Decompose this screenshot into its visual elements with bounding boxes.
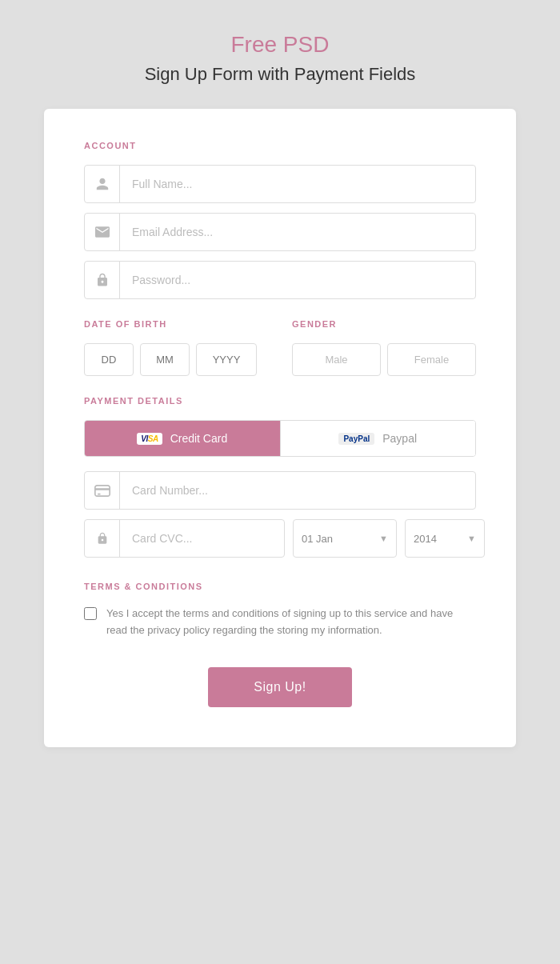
password-icon xyxy=(85,262,120,298)
terms-row: Yes I accept the terms and conditions of… xyxy=(84,606,476,639)
password-input[interactable] xyxy=(120,264,475,296)
email-icon xyxy=(85,214,120,250)
credit-card-tab-label: Credit Card xyxy=(170,432,228,445)
payment-label: PAYMENT DETAILS xyxy=(84,396,476,406)
expiry-month-group: 01 Jan 02 Feb 03 Mar 04 Apr 05 May 06 Ju… xyxy=(293,519,397,558)
gender-fields: Male Female xyxy=(292,343,476,376)
terms-checkbox[interactable] xyxy=(84,607,97,620)
month-chevron-icon: ▼ xyxy=(379,534,396,543)
email-input[interactable] xyxy=(120,216,475,248)
terms-text: Yes I accept the terms and conditions of… xyxy=(106,606,476,639)
dob-section: DATE OF BIRTH xyxy=(84,319,268,376)
dob-gender-row: DATE OF BIRTH GENDER Male Female xyxy=(84,319,476,376)
card-icon xyxy=(85,472,120,509)
gender-female-button[interactable]: Female xyxy=(387,343,476,376)
gender-section: GENDER Male Female xyxy=(292,319,476,376)
expiry-month-select[interactable]: 01 Jan 02 Feb 03 Mar 04 Apr 05 May 06 Ju… xyxy=(294,523,379,554)
card-number-input-group xyxy=(84,471,476,510)
card-number-input[interactable] xyxy=(120,474,475,506)
credit-card-tab[interactable]: VISA Credit Card xyxy=(85,421,280,456)
gender-label: GENDER xyxy=(292,319,476,329)
paypal-logo: PayPal xyxy=(338,433,374,445)
account-section: ACCOUNT xyxy=(84,141,476,299)
expiry-year-group: 2014 2015 2016 2017 2018 2019 2020 ▼ xyxy=(405,519,485,558)
password-input-group xyxy=(84,261,476,299)
dob-yyyy-input[interactable] xyxy=(196,343,257,376)
dob-fields xyxy=(84,343,268,376)
fullname-input-group xyxy=(84,165,476,203)
account-label: ACCOUNT xyxy=(84,141,476,150)
expiry-row: 01 Jan 02 Feb 03 Mar 04 Apr 05 May 06 Ju… xyxy=(84,519,476,558)
cvc-group xyxy=(84,519,285,558)
expiry-year-select[interactable]: 2014 2015 2016 2017 2018 2019 2020 xyxy=(406,523,467,554)
gender-male-button[interactable]: Male xyxy=(292,343,381,376)
payment-tabs: VISA Credit Card PayPal Paypal xyxy=(84,420,476,457)
signup-button[interactable]: Sign Up! xyxy=(208,667,352,707)
page-title: Sign Up Form with Payment Fields xyxy=(145,64,416,85)
payment-section: PAYMENT DETAILS VISA Credit Card PayPal … xyxy=(84,396,476,558)
terms-section: TERMS & CONDITIONS Yes I accept the term… xyxy=(84,582,476,639)
fullname-input[interactable] xyxy=(120,168,475,200)
email-input-group xyxy=(84,213,476,251)
year-chevron-icon: ▼ xyxy=(467,534,484,543)
form-card: ACCOUNT DATE OF BIRTH xyxy=(44,109,516,747)
page-subtitle: Free PSD xyxy=(145,32,416,58)
paypal-tab-label: Paypal xyxy=(382,432,417,445)
dob-mm-input[interactable] xyxy=(140,343,190,376)
paypal-tab[interactable]: PayPal Paypal xyxy=(280,421,476,456)
page-header: Free PSD Sign Up Form with Payment Field… xyxy=(145,32,416,85)
lock-icon xyxy=(85,520,120,557)
visa-logo: VISA xyxy=(137,433,162,445)
terms-label: TERMS & CONDITIONS xyxy=(84,582,476,591)
dob-label: DATE OF BIRTH xyxy=(84,319,268,329)
dob-dd-input[interactable] xyxy=(84,343,134,376)
cvc-input-group xyxy=(84,519,285,558)
cvc-input[interactable] xyxy=(120,522,284,554)
user-icon xyxy=(85,166,120,202)
